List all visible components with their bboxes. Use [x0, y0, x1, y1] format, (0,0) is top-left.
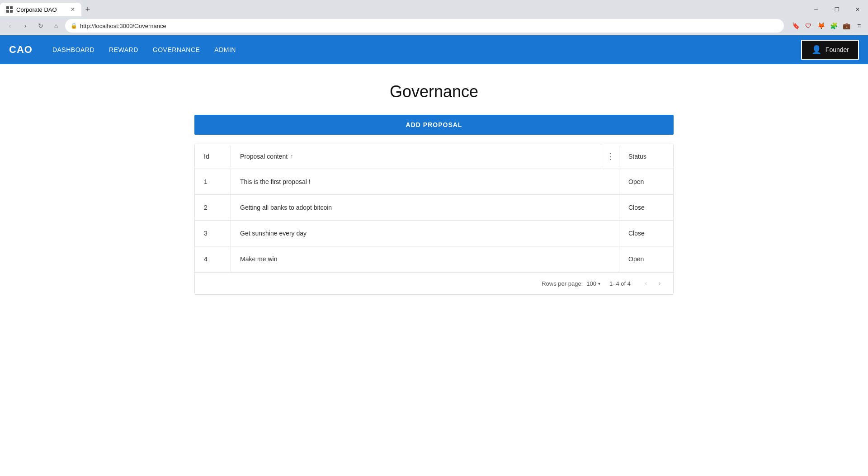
table-row[interactable]: 3 Get sunshine every day Close — [195, 221, 673, 246]
row-id: 1 — [195, 169, 231, 194]
rows-dropdown-icon[interactable]: ▾ — [598, 281, 600, 286]
page-title: Governance — [194, 82, 674, 101]
rows-per-page: Rows per page: 100 ▾ — [542, 280, 600, 287]
table-row[interactable]: 4 Make me win Open — [195, 246, 673, 272]
row-status: Close — [619, 195, 673, 220]
puzzle-ext-icon[interactable]: 🧩 — [828, 20, 839, 31]
back-button[interactable]: ‹ — [4, 19, 16, 32]
menu-icon[interactable]: ≡ — [854, 20, 864, 31]
restore-button[interactable]: ❐ — [826, 3, 847, 16]
table-row[interactable]: 1 This is the first proposal ! Open — [195, 169, 673, 195]
prev-page-button[interactable]: ‹ — [640, 277, 652, 290]
security-icon: 🔒 — [71, 23, 77, 29]
row-id: 4 — [195, 246, 231, 272]
row-id: 2 — [195, 195, 231, 220]
col-header-status: Status — [619, 146, 673, 167]
app-container: CAO DASHBOARD REWARD GOVERNANCE ADMIN 👤 … — [0, 35, 868, 476]
col-header-proposal: Proposal content ↑ — [231, 146, 601, 167]
url-display: http://localhost:3000/Governance — [80, 23, 778, 29]
rows-per-page-select[interactable]: 100 ▾ — [586, 280, 600, 287]
navbar: CAO DASHBOARD REWARD GOVERNANCE ADMIN 👤 … — [0, 35, 868, 64]
page-content: Governance ADD PROPOSAL Id Proposal cont… — [185, 64, 683, 313]
svg-rect-1 — [10, 6, 13, 9]
fox-ext-icon[interactable]: 🦊 — [816, 20, 826, 31]
tab-close-icon[interactable]: ✕ — [71, 6, 75, 13]
forward-button[interactable]: › — [19, 19, 32, 32]
table-header: Id Proposal content ↑ ⋮ Status — [195, 144, 673, 169]
row-proposal: Get sunshine every day — [231, 221, 601, 246]
browser-tab[interactable]: Corporate DAO ✕ — [0, 3, 81, 16]
tab-favicon — [6, 6, 13, 13]
pagination-buttons: ‹ › — [640, 277, 666, 290]
svg-rect-2 — [6, 10, 9, 13]
tab-title: Corporate DAO — [16, 6, 57, 13]
nav-links: DASHBOARD REWARD GOVERNANCE ADMIN — [46, 42, 242, 57]
row-status: Open — [619, 169, 673, 194]
rows-per-page-value: 100 — [586, 280, 596, 287]
row-proposal: Make me win — [231, 246, 601, 272]
bookmark-icon[interactable]: 🔖 — [790, 20, 801, 31]
close-button[interactable]: ✕ — [847, 3, 868, 16]
founder-label: Founder — [826, 46, 849, 53]
minimize-button[interactable]: ─ — [806, 3, 826, 16]
col-menu-icon[interactable]: ⋮ — [601, 144, 619, 169]
row-proposal: This is the first proposal ! — [231, 169, 601, 194]
sort-icon[interactable]: ↑ — [290, 153, 293, 160]
new-tab-button[interactable]: + — [81, 3, 94, 16]
nav-reward[interactable]: REWARD — [103, 42, 145, 57]
proposals-table: Id Proposal content ↑ ⋮ Status 1 This is… — [194, 144, 674, 295]
founder-button[interactable]: 👤 Founder — [801, 40, 859, 60]
row-proposal: Getting all banks to adopt bitcoin — [231, 195, 601, 220]
rows-per-page-label: Rows per page: — [542, 280, 583, 287]
wallet-ext-icon[interactable]: 💼 — [841, 20, 852, 31]
nav-governance[interactable]: GOVERNANCE — [146, 42, 207, 57]
nav-admin[interactable]: ADMIN — [208, 42, 242, 57]
svg-rect-3 — [10, 10, 13, 13]
home-button[interactable]: ⌂ — [50, 19, 62, 32]
add-proposal-button[interactable]: ADD PROPOSAL — [194, 115, 674, 135]
pagination-info: 1–4 of 4 — [609, 280, 631, 287]
founder-avatar-icon: 👤 — [811, 44, 822, 55]
reload-button[interactable]: ↻ — [34, 19, 47, 32]
col-header-id: Id — [195, 146, 231, 167]
table-footer: Rows per page: 100 ▾ 1–4 of 4 ‹ › — [195, 272, 673, 294]
address-bar[interactable]: 🔒 http://localhost:3000/Governance — [65, 19, 784, 33]
brand-logo[interactable]: CAO — [9, 44, 33, 56]
row-status: Close — [619, 221, 673, 246]
table-row[interactable]: 2 Getting all banks to adopt bitcoin Clo… — [195, 195, 673, 221]
row-id: 3 — [195, 221, 231, 246]
next-page-button[interactable]: › — [653, 277, 666, 290]
svg-rect-0 — [6, 6, 9, 9]
navbar-right: 👤 Founder — [801, 40, 859, 60]
nav-dashboard[interactable]: DASHBOARD — [46, 42, 101, 57]
row-status: Open — [619, 246, 673, 272]
shield-ext-icon[interactable]: 🛡 — [803, 20, 814, 31]
